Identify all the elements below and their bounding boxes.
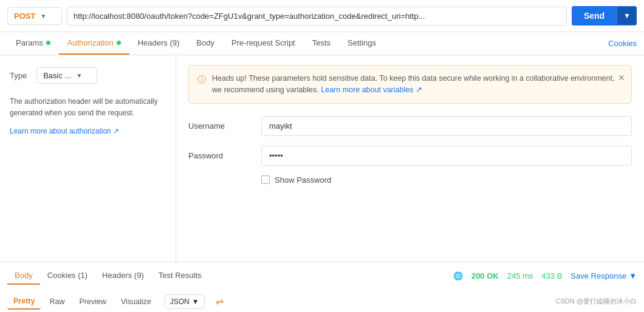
show-password-checkbox[interactable] [261,175,270,184]
tab-params[interactable]: Params [7,32,59,55]
watermark: CSDN @爱打瞌睡的沐小白 [556,297,637,306]
globe-icon: 🌐 [453,271,463,280]
type-current-value: Basic ... [43,71,71,80]
send-dropdown-button[interactable]: ▼ [617,7,637,25]
tab-body-label: Body [196,38,214,47]
resp-tab-preview[interactable]: Preview [73,294,112,309]
tab-tests-label: Tests [312,38,331,47]
wrap-text-icon: ⇌ [216,296,224,307]
tab-body[interactable]: Body [188,32,223,55]
learn-more-text: Learn more about authorization [10,127,111,135]
tab-settings[interactable]: Settings [339,32,385,55]
bottom-tab-cookies[interactable]: Cookies (1) [40,267,95,285]
send-main-button[interactable]: Send [572,6,617,25]
type-label: Type [10,71,27,80]
format-selector[interactable]: JSON ▼ [165,294,205,309]
tab-settings-label: Settings [348,38,376,47]
tab-headers[interactable]: Headers (9) [129,32,188,55]
tab-authorization-label: Authorization [67,38,114,47]
type-chevron-icon: ▼ [76,72,82,79]
params-dot [46,41,50,45]
show-password-label: Show Password [275,175,331,185]
format-label: JSON [170,297,190,306]
response-toolbar: Pretty Raw Preview Visualize JSON ▼ ⇌ CS… [0,290,644,312]
bottom-bar: Body Cookies (1) Headers (9) Test Result… [0,262,644,290]
resp-tab-pretty[interactable]: Pretty [7,294,41,310]
tab-pre-request[interactable]: Pre-request Script [223,32,304,55]
resp-tab-raw-label: Raw [49,297,64,306]
main-content: Type Basic ... ▼ The authorization heade… [0,55,644,262]
info-close-button[interactable]: ✕ [618,72,625,84]
method-value: POST [14,12,35,21]
tab-authorization[interactable]: Authorization [59,32,129,55]
resp-tab-visualize-label: Visualize [121,297,151,306]
tab-headers-label: Headers (9) [138,38,180,47]
info-banner: ⓘ Heads up! These parameters hold sensit… [188,65,632,104]
tab-tests[interactable]: Tests [304,32,339,55]
save-response-label: Save Response [570,271,626,280]
auth-description: The authorization header will be automat… [10,96,166,119]
bottom-tab-test-results-label: Test Results [159,271,202,280]
method-selector[interactable]: POST ▼ [7,7,62,25]
show-password-row: Show Password [261,175,632,185]
status-time: 245 ms [507,271,533,280]
learn-more-link[interactable]: Learn more about authorization ↗ [10,127,119,135]
authorization-dot [117,41,121,45]
bottom-tab-cookies-label: Cookies (1) [47,271,87,280]
username-row: Username [188,116,632,136]
bottom-status: 🌐 200 OK 245 ms 433 B Save Response ▼ [453,271,637,280]
bottom-tab-headers-label: Headers (9) [102,271,144,280]
password-input[interactable] [261,146,632,166]
username-label: Username [188,121,261,131]
password-row: Password [188,146,632,166]
request-tabs: Params Authorization Headers (9) Body Pr… [0,32,644,55]
resp-tab-preview-label: Preview [79,297,106,306]
cookies-link[interactable]: Cookies [608,33,637,54]
password-label: Password [188,151,261,160]
url-input[interactable] [67,7,567,25]
wrap-text-button[interactable]: ⇌ [211,293,228,310]
tab-params-label: Params [16,38,43,47]
resp-tab-raw[interactable]: Raw [43,294,70,309]
url-bar: POST ▼ Send ▼ [0,0,644,32]
save-response-button[interactable]: Save Response ▼ [570,271,637,280]
format-chevron-icon: ▼ [192,297,199,306]
method-chevron-icon: ▼ [40,13,46,19]
username-input[interactable] [261,116,632,136]
send-button-group[interactable]: Send ▼ [572,6,637,25]
status-size: 433 B [541,271,562,280]
type-row: Type Basic ... ▼ [10,67,166,84]
resp-tab-pretty-label: Pretty [13,297,35,305]
type-dropdown[interactable]: Basic ... ▼ [36,67,97,84]
resp-tab-visualize[interactable]: Visualize [115,294,157,309]
right-panel: ⓘ Heads up! These parameters hold sensit… [176,55,644,262]
save-response-chevron-icon: ▼ [629,271,637,280]
bottom-tab-test-results[interactable]: Test Results [151,267,209,285]
status-code: 200 OK [471,271,499,280]
info-banner-text: Heads up! These parameters hold sensitiv… [212,73,623,96]
bottom-tab-body[interactable]: Body [7,267,40,285]
bottom-tab-headers[interactable]: Headers (9) [95,267,151,285]
bottom-tab-body-label: Body [15,271,33,280]
info-circle-icon: ⓘ [197,73,206,86]
learn-more-arrow-icon: ↗ [113,127,119,135]
learn-more-variables-link[interactable]: Learn more about variables ↗ [321,86,422,94]
tab-pre-request-label: Pre-request Script [231,38,295,47]
left-panel: Type Basic ... ▼ The authorization heade… [0,55,176,262]
